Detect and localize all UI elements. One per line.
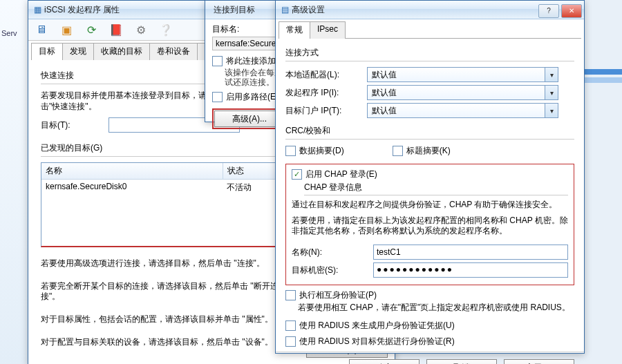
initiator-ip-combo[interactable]: 默认值▾ bbox=[367, 85, 558, 100]
apply-button[interactable]: 应用(A) bbox=[504, 359, 574, 364]
help-button[interactable]: ? bbox=[538, 4, 559, 18]
tab-ipsec[interactable]: IPsec bbox=[310, 21, 346, 39]
fav-checkbox[interactable] bbox=[212, 56, 223, 66]
portal-ip-combo[interactable]: 默认值▾ bbox=[367, 103, 558, 118]
header-digest-checkbox[interactable] bbox=[393, 146, 403, 156]
chap-checkbox[interactable] bbox=[292, 169, 302, 180]
chap-desc2: 若要使用，请指定在目标上为该发起程序配置的相同名称和 CHAP 机密。除非指定其… bbox=[292, 215, 568, 236]
devices-help: 对于配置与目标关联的设备，请选择该目标，然后单击 "设备"。 bbox=[41, 337, 295, 347]
adv-tabs: 常规 IPsec bbox=[279, 21, 581, 39]
tab-targets[interactable]: 目标 bbox=[31, 43, 63, 60]
scsi-icon: ▦ bbox=[34, 5, 41, 15]
adv-window-title: 高级设置 bbox=[289, 4, 538, 16]
tool-target-icon[interactable]: ▣ bbox=[59, 22, 74, 37]
chevron-down-icon: ▾ bbox=[545, 86, 558, 99]
tool-book-icon[interactable]: 📕 bbox=[109, 22, 124, 37]
multipath-label: 启用多路径(E) bbox=[226, 91, 279, 103]
tool-help-icon[interactable]: ❔ bbox=[158, 22, 173, 37]
chap-secret-input[interactable]: ●●●●●●●●●●●● bbox=[373, 262, 568, 278]
chap-name-input[interactable] bbox=[373, 245, 568, 260]
tab-discovery[interactable]: 发现 bbox=[62, 43, 94, 60]
mutual-auth-label: 执行相互身份验证(P) bbox=[299, 290, 377, 300]
multipath-checkbox[interactable] bbox=[212, 92, 223, 102]
tool-refresh-icon[interactable]: ⟳ bbox=[84, 22, 99, 37]
chevron-down-icon: ▾ bbox=[545, 104, 558, 117]
adv-title-bar: ▤ 高级设置 ? ✕ bbox=[276, 1, 584, 19]
close-button[interactable]: ✕ bbox=[561, 4, 582, 18]
mutual-auth-checkbox[interactable] bbox=[285, 290, 296, 300]
local-adapter-label: 本地适配器(L): bbox=[285, 69, 367, 81]
ok-button[interactable]: 确定 bbox=[349, 359, 420, 364]
data-digest-checkbox[interactable] bbox=[285, 146, 296, 156]
local-adapter-combo[interactable]: 默认值▾ bbox=[367, 67, 558, 82]
connect-help: 若要使用高级选项进行连接，请选择目标，然后单击 "连接"。 bbox=[41, 258, 295, 269]
cell-name: kernsafe.SecureDisk0 bbox=[41, 180, 223, 195]
chap-desc: 通过在目标和发起程序之间提供身份验证，CHAP 有助于确保连接安全。 bbox=[292, 200, 568, 210]
radius-auth-checkbox[interactable] bbox=[285, 336, 296, 347]
col-name[interactable]: 名称 bbox=[41, 163, 223, 179]
chap-sub-header: CHAP 登录信息 bbox=[292, 182, 568, 193]
tool-server-icon[interactable]: 🖥 bbox=[34, 22, 49, 37]
initiator-ip-label: 发起程序 IP(I): bbox=[285, 87, 367, 99]
disconnect-help: 若要完全断开某个目标的连接，请选择该目标，然后单击 "断开连接"。 bbox=[41, 281, 295, 302]
mutual-desc: 若要使用相互 CHAP，请在"配置"页上指定发起程序机密或使用 RADIUS。 bbox=[285, 303, 574, 313]
crc-header: CRC/校验和 bbox=[285, 125, 574, 137]
tab-general[interactable]: 常规 bbox=[279, 21, 310, 39]
chap-name-label: 名称(N): bbox=[292, 247, 373, 258]
settings-icon: ▤ bbox=[281, 5, 289, 15]
chevron-down-icon: ▾ bbox=[545, 68, 558, 82]
chap-secret-label: 目标机密(S): bbox=[292, 265, 373, 276]
cancel-button[interactable]: 取消 bbox=[426, 359, 497, 364]
props-help: 对于目标属性，包括会话的配置，请选择该目标并单击 "属性"。 bbox=[41, 314, 295, 325]
header-digest-label: 标题摘要(K) bbox=[406, 146, 451, 155]
data-digest-label: 数据摘要(D) bbox=[299, 146, 344, 155]
radius-gen-label: 使用 RADIUS 来生成用户身份验证凭据(U) bbox=[299, 320, 455, 330]
tab-volumes[interactable]: 卷和设备 bbox=[149, 43, 198, 60]
tab-favorites[interactable]: 收藏的目标 bbox=[93, 43, 150, 60]
radius-gen-checkbox[interactable] bbox=[285, 320, 296, 331]
chap-label: 启用 CHAP 登录(E) bbox=[305, 169, 377, 179]
target-label: 目标(T): bbox=[41, 119, 109, 131]
tool-gear-icon[interactable]: ⚙ bbox=[133, 22, 149, 37]
conn-method-header: 连接方式 bbox=[285, 47, 574, 59]
radius-auth-label: 使用 RADIUS 对目标凭据进行身份验证(R) bbox=[299, 336, 455, 346]
advanced-button[interactable]: 高级(A)... bbox=[214, 111, 285, 127]
portal-ip-label: 目标门户 IP(T): bbox=[285, 105, 367, 117]
